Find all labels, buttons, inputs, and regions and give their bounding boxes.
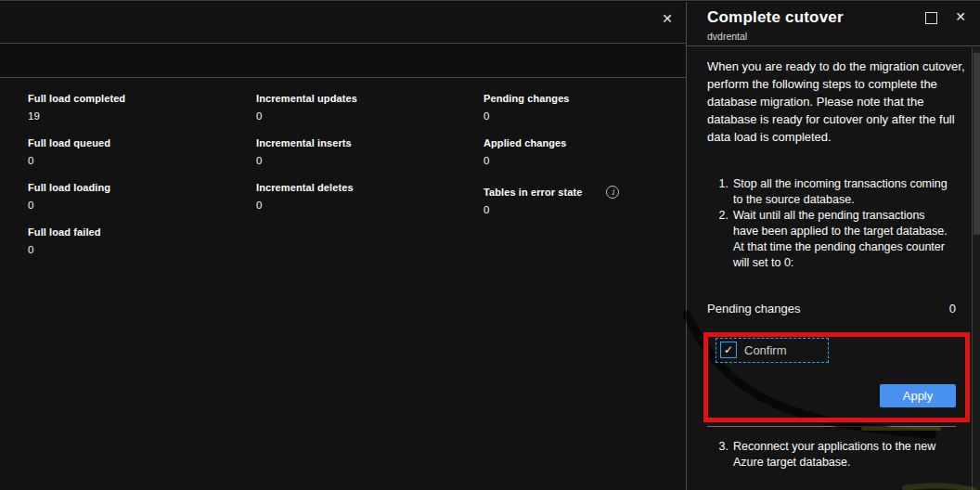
stats-column-full-load: Full load completed 19 Full load queued … (28, 92, 241, 270)
stat-tables-in-error-state: Tables in error state i 0 (484, 186, 697, 230)
close-icon[interactable]: ✕ (952, 8, 969, 25)
section-divider (707, 426, 956, 427)
close-icon[interactable]: ✕ (658, 9, 677, 28)
panel-title: Complete cutover (707, 8, 844, 27)
pending-changes-label: Pending changes (707, 302, 800, 316)
stat-value: 0 (28, 244, 241, 255)
cutover-step-3: 3. Reconnect your applications to the ne… (707, 439, 960, 471)
step-number: 3. (707, 439, 733, 471)
stat-value: 19 (28, 110, 241, 122)
step-number: 1. (707, 176, 733, 208)
stat-label: Tables in error state i (484, 186, 697, 199)
stat-incremental-deletes: Incremental deletes 0 (256, 181, 470, 226)
stat-full-load-loading: Full load loading 0 (28, 181, 241, 226)
pending-changes-value: 0 (949, 302, 956, 316)
stats-column-incremental: Incremental updates 0 Incremental insert… (256, 92, 470, 226)
stat-value: 0 (256, 110, 470, 122)
stat-incremental-inserts: Incremental inserts 0 (256, 136, 470, 181)
panel-subtitle: dvdrental (707, 31, 747, 42)
stat-label: Incremental inserts (256, 136, 470, 149)
stat-label: Full load loading (28, 181, 241, 194)
step-number: 2. (707, 208, 733, 271)
stat-label: Incremental deletes (256, 181, 470, 194)
stat-label-text: Tables in error state (484, 186, 582, 199)
list-item: 1. Stop all the incoming transactions co… (707, 176, 960, 208)
maximize-icon[interactable] (925, 12, 937, 24)
cutover-steps-list: 1. Stop all the incoming transactions co… (707, 176, 960, 271)
scrollbar-thumb[interactable] (974, 53, 980, 235)
step-text: Wait until all the pending transactions … (733, 208, 948, 271)
stat-label: Full load failed (28, 226, 241, 239)
stat-value: 0 (256, 200, 470, 211)
stat-full-load-completed: Full load completed 19 (28, 92, 241, 136)
list-item: 2. Wait until all the pending transactio… (707, 208, 960, 271)
blade-toolbar: ✕ (0, 2, 686, 44)
step-text: Stop all the incoming transactions comin… (733, 176, 948, 208)
stat-value: 0 (484, 110, 697, 122)
list-item: 3. Reconnect your applications to the ne… (707, 439, 960, 471)
apply-button[interactable]: Apply (880, 384, 956, 407)
info-icon[interactable]: i (606, 186, 619, 199)
pending-changes-row: Pending changes 0 (707, 302, 956, 316)
panel-header: Complete cutover dvdrental ✕ (687, 2, 980, 46)
stat-value: 0 (28, 200, 241, 211)
complete-cutover-panel: Complete cutover dvdrental ✕ When you ar… (687, 2, 980, 490)
step-text: Reconnect your applications to the new A… (733, 439, 948, 471)
stat-value: 0 (484, 204, 697, 215)
panel-scrollbar[interactable] (972, 47, 980, 490)
stat-full-load-queued: Full load queued 0 (28, 136, 241, 181)
confirm-checkbox-group[interactable]: ✓ Confirm (716, 338, 829, 363)
stat-applied-changes: Applied changes 0 (484, 136, 697, 181)
stat-value: 0 (28, 155, 241, 166)
migration-cutover-screen: ✕ Full load completed 19 Full load queue… (0, 0, 980, 490)
stat-pending-changes: Pending changes 0 (484, 92, 697, 136)
stats-column-changes: Pending changes 0 Applied changes 0 Tabl… (484, 92, 697, 230)
stat-value: 0 (256, 155, 470, 166)
blade-subbar (0, 44, 686, 78)
stat-label: Applied changes (484, 136, 697, 149)
stat-value: 0 (484, 155, 697, 166)
stat-label: Full load completed (28, 92, 241, 105)
confirm-checkbox[interactable]: ✓ (720, 342, 737, 358)
stat-full-load-failed: Full load failed 0 (28, 226, 241, 270)
stat-label: Pending changes (484, 92, 697, 105)
cutover-intro-text: When you are ready to do the migration c… (707, 58, 965, 146)
stat-label: Incremental updates (256, 92, 470, 105)
stat-incremental-updates: Incremental updates 0 (256, 92, 470, 136)
migration-details-blade: ✕ Full load completed 19 Full load queue… (0, 2, 687, 490)
confirm-checkbox-label: Confirm (744, 343, 787, 357)
stat-label: Full load queued (28, 136, 241, 149)
